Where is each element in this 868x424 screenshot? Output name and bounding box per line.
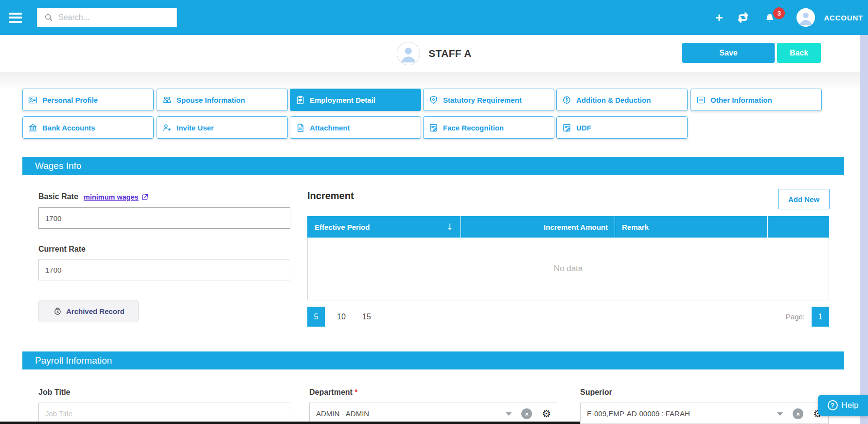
hamburger-menu-icon[interactable]	[9, 10, 25, 25]
add-new-button[interactable]: Add New	[778, 189, 830, 209]
archived-record-button[interactable]: $ Archived Record	[38, 300, 139, 322]
vertical-scrollbar[interactable]	[860, 35, 868, 424]
global-search	[37, 8, 177, 27]
user-plus-icon	[162, 123, 172, 133]
clipboard-icon	[295, 95, 305, 105]
svg-text:CV: CV	[699, 98, 704, 101]
sort-descending-icon[interactable]: ↓	[446, 222, 453, 232]
dropdown-caret-icon[interactable]	[777, 412, 783, 416]
back-button[interactable]: Back	[777, 43, 821, 63]
help-button[interactable]: ? Help	[818, 395, 868, 416]
page-label: Page:	[786, 313, 805, 321]
tab-addition-deduction[interactable]: Addition & Deduction	[556, 89, 688, 111]
increment-table: Effective Period ↓ Increment Amount Rema…	[307, 216, 829, 300]
column-header-effective-period[interactable]: Effective Period ↓	[307, 216, 461, 238]
document-pen-icon	[428, 123, 439, 133]
no-data-text: No data	[554, 264, 583, 274]
department-settings-gear-icon[interactable]: ⚙	[542, 409, 551, 419]
tab-spouse-information[interactable]: Spouse Information	[157, 89, 288, 111]
superior-select[interactable]: E-009,EMP-AD-00009 : FARAH × ⚙	[580, 403, 829, 424]
minimum-wages-link[interactable]: minimum wages	[84, 193, 149, 201]
column-header-actions	[768, 216, 829, 238]
wages-info-section-header: Wages Info	[22, 157, 844, 175]
column-header-remark[interactable]: Remark	[615, 216, 768, 238]
couple-icon	[162, 95, 172, 105]
document-pen-icon	[562, 123, 572, 133]
staff-avatar	[396, 42, 420, 65]
tab-face-recognition[interactable]: Face Recognition	[423, 116, 554, 139]
tab-personal-profile[interactable]: Personal Profile	[22, 89, 154, 111]
tab-employment-detail[interactable]: Employment Detail	[290, 89, 421, 111]
page-size-5[interactable]: 5	[307, 307, 325, 327]
app-root: + 3 ACCOUNT STAFF A Sa	[0, 0, 868, 424]
top-navbar: + 3 ACCOUNT	[0, 0, 868, 35]
topbar-actions: + 3 ACCOUNT	[715, 0, 863, 35]
tab-attachment[interactable]: Attachment	[290, 116, 421, 139]
increment-pagination: 5 10 15 Page: 1	[307, 307, 829, 327]
id-card-icon	[28, 95, 38, 105]
job-title-label: Job Title	[38, 388, 71, 397]
payroll-information-section-header: Payroll Information	[22, 351, 844, 369]
account-avatar[interactable]	[797, 8, 815, 27]
dropdown-caret-icon[interactable]	[506, 412, 512, 416]
notifications-bell-icon[interactable]: 3	[763, 11, 776, 24]
increment-title: Increment	[307, 190, 354, 202]
basic-rate-label: Basic Rate	[38, 192, 78, 201]
notification-count-badge: 3	[773, 7, 785, 19]
dollar-coin-icon	[562, 95, 572, 105]
bank-icon	[28, 123, 38, 133]
account-label[interactable]: ACCOUNT	[824, 14, 863, 22]
current-rate-input[interactable]	[38, 259, 290, 280]
current-rate-label: Current Rate	[38, 245, 86, 254]
record-header: STAFF A Save Back	[0, 35, 868, 72]
add-icon[interactable]: +	[715, 11, 723, 24]
tab-other-information[interactable]: CV Other Information	[691, 89, 822, 111]
page-size-15[interactable]: 15	[358, 307, 375, 327]
page-size-10[interactable]: 10	[333, 307, 350, 327]
increment-table-header: Effective Period ↓ Increment Amount Rema…	[307, 216, 829, 238]
required-asterisk: *	[354, 388, 357, 396]
current-page-button[interactable]: 1	[812, 307, 829, 327]
clear-selection-icon[interactable]: ×	[521, 408, 532, 419]
department-select[interactable]: ADMIN - ADMIN × ⚙	[309, 403, 557, 424]
search-icon	[44, 13, 53, 22]
clear-selection-icon[interactable]: ×	[793, 408, 803, 419]
save-button[interactable]: Save	[682, 43, 775, 63]
user-avatar-icon	[797, 8, 815, 27]
money-bag-icon: $	[53, 306, 63, 316]
sync-icon[interactable]	[735, 10, 751, 25]
tab-statutory-requirement[interactable]: Statutory Requirement	[423, 89, 554, 111]
cv-card-icon: CV	[696, 95, 706, 105]
department-label: Department *	[309, 388, 358, 397]
tab-invite-user[interactable]: Invite User	[157, 116, 288, 139]
increment-table-body: No data	[307, 238, 829, 300]
page-title: STAFF A	[428, 48, 471, 59]
search-input[interactable]	[58, 13, 177, 22]
header-divider-fade	[0, 72, 868, 89]
document-icon	[295, 123, 305, 133]
tab-udf[interactable]: UDF	[556, 116, 688, 139]
tab-bank-accounts[interactable]: Bank Accounts	[22, 116, 154, 139]
svg-text:$: $	[56, 310, 59, 314]
basic-rate-input[interactable]	[38, 207, 290, 229]
bottom-edge-artifact	[0, 422, 580, 424]
job-title-input[interactable]	[38, 403, 290, 424]
column-header-increment-amount[interactable]: Increment Amount	[461, 216, 615, 238]
question-mark-icon: ?	[828, 400, 838, 410]
external-link-icon	[141, 193, 149, 201]
superior-label: Superior	[580, 388, 612, 397]
shield-icon	[428, 95, 439, 105]
staff-identity: STAFF A	[396, 42, 471, 65]
